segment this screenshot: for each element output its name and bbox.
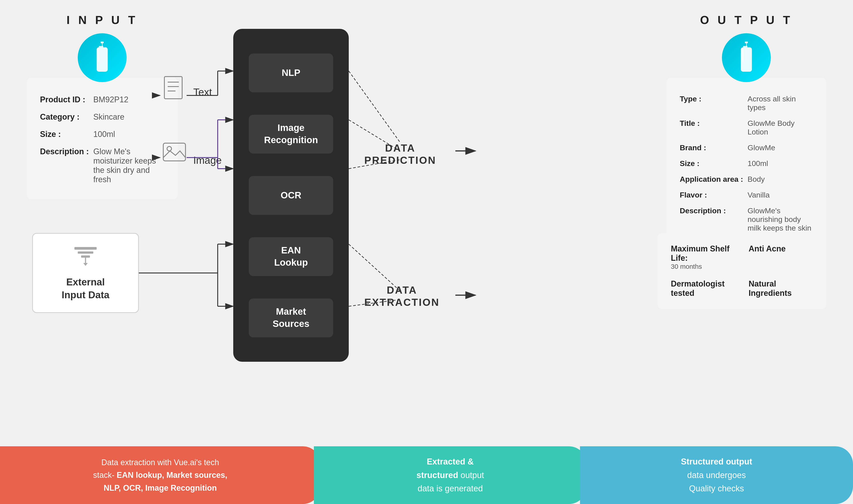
banner-section-2: Extracted &structured outputdata is gene… — [314, 446, 587, 504]
svg-marker-14 — [83, 263, 88, 266]
title-row: Title : GlowMe Body Lotion — [680, 115, 813, 140]
ean-lookup-button: EANLookup — [249, 237, 333, 276]
description-label: Description : — [40, 143, 93, 188]
size-row: Size : 100ml — [40, 126, 164, 143]
application-value: Body — [748, 171, 813, 187]
type-value: Across all skin types — [748, 91, 813, 115]
center-panel: NLP ImageRecognition OCR EANLookup Marke… — [233, 29, 349, 362]
image-recognition-button: ImageRecognition — [249, 115, 333, 154]
external-input-box: External Input Data — [32, 233, 139, 313]
image-icon — [162, 141, 187, 163]
out-size-value: 100ml — [748, 156, 813, 171]
svg-rect-19 — [163, 143, 186, 161]
out-size-row: Size : 100ml — [680, 156, 813, 171]
category-value: Skincare — [93, 108, 164, 126]
description-row: Description : Glow Me's moisturizer keep… — [40, 143, 164, 188]
anti-acne-label: Anti Acne — [749, 244, 813, 253]
input-avatar — [78, 33, 127, 82]
anti-acne-item: Anti Acne — [749, 244, 813, 270]
title-label: Title : — [680, 115, 748, 140]
shelf-life-value: 30 months — [671, 263, 735, 270]
text-icon — [162, 75, 185, 100]
svg-rect-12 — [81, 255, 90, 258]
brand-label: Brand : — [680, 140, 748, 156]
output-section: O U T P U T Type : Across all skin types — [666, 13, 826, 264]
svg-rect-11 — [78, 251, 93, 254]
input-title: I N P U T — [67, 13, 138, 26]
ocr-button: OCR — [249, 176, 333, 215]
category-row: Category : Skincare — [40, 108, 164, 126]
banner-text-1: Data extraction with Vue.ai's tech stack… — [93, 456, 227, 494]
brand-row: Brand : GlowMe — [680, 140, 813, 156]
product-id-row: Product ID : BM92P12 — [40, 91, 164, 108]
extraction-output-box: Maximum Shelf Life: 30 months Anti Acne … — [658, 233, 826, 309]
natural-ingredients-label: Natural Ingredients — [749, 279, 813, 298]
main-container: I N P U T Product I — [0, 0, 853, 504]
type-row: Type : Across all skin types — [680, 91, 813, 115]
svg-rect-7 — [743, 46, 748, 47]
svg-rect-15 — [164, 76, 182, 99]
svg-rect-10 — [74, 247, 97, 250]
application-label: Application area : — [680, 171, 748, 187]
dermatologist-item: Dermatologist tested — [671, 279, 735, 298]
data-prediction-text: DATA PREDICTION — [364, 142, 436, 166]
external-input-label: External Input Data — [62, 276, 109, 301]
shelf-life-label: Maximum Shelf Life: — [671, 244, 735, 263]
svg-point-20 — [167, 146, 172, 151]
svg-line-40 — [349, 244, 400, 291]
diagram-area: I N P U T Product I — [0, 0, 853, 446]
external-input-icon — [72, 245, 99, 271]
input-section: I N P U T Product I — [27, 13, 178, 199]
natural-ingredients-item: Natural Ingredients — [749, 279, 813, 298]
data-prediction-label: DATA PREDICTION — [364, 142, 436, 166]
out-size-label: Size : — [680, 156, 748, 171]
data-extraction-text: DATA EXTRACTION — [364, 284, 440, 308]
market-sources-button: MarketSources — [249, 299, 333, 337]
product-id-value: BM92P12 — [93, 91, 164, 108]
text-label-text: Text — [193, 86, 212, 98]
category-label: Category : — [40, 108, 93, 126]
image-label-text: Image — [193, 154, 222, 166]
application-row: Application area : Body — [680, 171, 813, 187]
svg-rect-9 — [742, 49, 744, 62]
output-avatar — [722, 33, 771, 82]
type-label: Type : — [680, 91, 748, 115]
data-extraction-label: DATA EXTRACTION — [364, 284, 440, 308]
input-table: Product ID : BM92P12 Category : Skincare… — [40, 91, 164, 188]
banner-section-1: Data extraction with Vue.ai's tech stack… — [0, 446, 320, 504]
flavor-row: Flavor : Vanilla — [680, 187, 813, 203]
size-label: Size : — [40, 126, 93, 143]
bottle-icon — [92, 41, 112, 74]
flavor-value: Vanilla — [748, 187, 813, 203]
output-table: Type : Across all skin types Title : Glo… — [680, 91, 813, 253]
text-icon-area — [162, 75, 185, 100]
output-title: O U T P U T — [700, 13, 793, 26]
size-value: 100ml — [93, 126, 164, 143]
flavor-label: Flavor : — [680, 187, 748, 203]
input-card: Product ID : BM92P12 Category : Skincare… — [27, 78, 178, 199]
banner-text-2: Extracted &structured outputdata is gene… — [417, 455, 484, 496]
title-value: GlowMe Body Lotion — [748, 115, 813, 140]
bottom-banner: Data extraction with Vue.ai's tech stack… — [0, 446, 853, 504]
svg-rect-4 — [98, 49, 100, 62]
brand-value: GlowMe — [748, 140, 813, 156]
image-icon-area — [162, 141, 187, 163]
nlp-button: NLP — [249, 53, 333, 92]
output-bottle-icon — [736, 41, 756, 74]
banner-text-3: Structured outputdata undergoesQuality c… — [681, 455, 752, 496]
svg-rect-2 — [99, 46, 103, 47]
product-id-label: Product ID : — [40, 91, 93, 108]
shelf-life-item: Maximum Shelf Life: 30 months — [671, 244, 735, 270]
description-value: Glow Me's moisturizer keeps the skin dry… — [93, 143, 164, 188]
dermatologist-label: Dermatologist tested — [671, 279, 735, 298]
svg-line-36 — [349, 71, 400, 142]
banner-section-3: Structured outputdata undergoesQuality c… — [580, 446, 853, 504]
